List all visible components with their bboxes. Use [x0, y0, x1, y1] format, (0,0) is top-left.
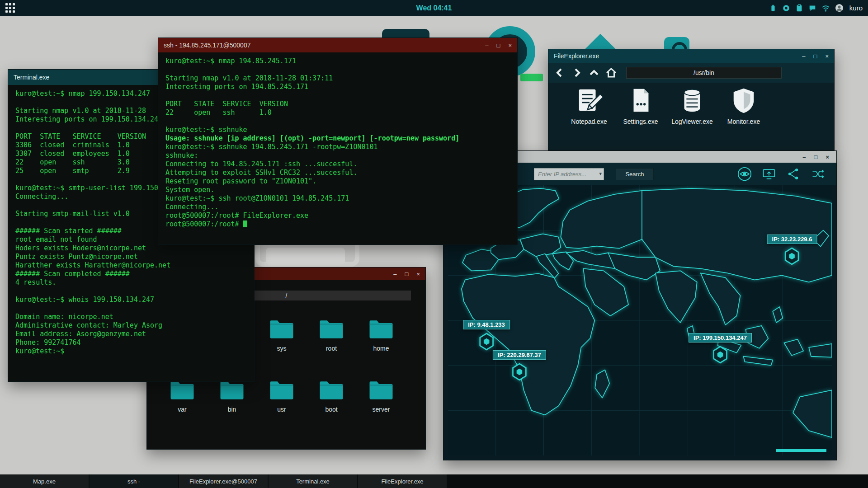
maximize-button[interactable]: □	[814, 53, 817, 59]
folder-icon	[368, 380, 394, 400]
file-item-monitor[interactable]: Monitor.exe	[723, 86, 764, 125]
terminal-line: Administrative contact: Marley Asorg	[15, 321, 247, 330]
share-nodes-button[interactable]	[785, 166, 802, 182]
terminal-line: Interesting ports on 194.85.245.171	[165, 83, 510, 91]
shuffle-icon	[811, 167, 825, 181]
wifi-icon	[821, 4, 830, 12]
file-explorer-titlebar[interactable]: FileExplorer.exe – □ ×	[548, 49, 834, 63]
map-node-marker[interactable]: IP: 32.23.229.6	[767, 235, 817, 265]
file-item-label: Notepad.exe	[571, 118, 607, 125]
user-avatar-icon[interactable]	[835, 4, 844, 12]
terminal-line: root@500007:/root# FileExplorer.exe	[165, 211, 510, 220]
folder-icon	[170, 380, 195, 400]
minimize-button[interactable]: –	[393, 271, 396, 277]
folder-item-home[interactable]: home	[356, 308, 406, 369]
screen-share-button[interactable]	[760, 166, 778, 182]
app-launcher-icon[interactable]	[5, 3, 15, 13]
wallpaper-keyboard-illustration	[266, 248, 345, 265]
wallpaper-green-bar-decoration	[520, 74, 543, 81]
input-dropdown-caret-icon[interactable]: ▾	[599, 171, 602, 177]
terminal-line: Starting nmap v1.0 at 2018-11-28 01:37:1…	[165, 74, 510, 83]
terminal-line: Haratther exists Haratther@nicorpe.net	[15, 261, 247, 270]
window-title: FileExplorer.exe	[554, 52, 599, 60]
terminal-line: PORT STATE SERVICE VERSION	[165, 100, 510, 108]
terminal-line: System open.	[165, 186, 510, 194]
terminal-line: Email address: Asorg@genzyme.net	[15, 330, 247, 338]
clock: Wed 04:41	[0, 4, 868, 12]
folder-item-root[interactable]: root	[307, 308, 356, 369]
taskbar: Map.exessh -FileExplorer.exe@500007Termi…	[0, 474, 868, 488]
node-hexagon-icon[interactable]	[478, 333, 495, 351]
folder-icon	[269, 380, 294, 400]
folder-item-usr[interactable]: usr	[257, 369, 307, 430]
terminal-line: sshnuke:	[165, 151, 510, 160]
terminal-line: 4 results.	[15, 278, 247, 287]
search-button[interactable]: Search	[616, 168, 654, 180]
minimize-button[interactable]: –	[802, 154, 806, 160]
node-hexagon-icon[interactable]	[712, 346, 728, 364]
folder-item-boot[interactable]: boot	[307, 369, 356, 430]
maximize-button[interactable]: □	[497, 42, 500, 48]
terminal-line: kuro@test:~$	[15, 347, 247, 356]
ssh-titlebar[interactable]: ssh - 194.85.245.171@500007 – □ ×	[158, 38, 517, 52]
home-icon	[605, 67, 617, 79]
maximize-button[interactable]: □	[814, 154, 818, 160]
folder-label: usr	[277, 406, 286, 413]
close-button[interactable]: ×	[825, 53, 829, 59]
terminal-line: Attempting to exploit SSHv1 CRC32 ...suc…	[165, 169, 510, 177]
terminal-line	[15, 304, 247, 313]
address-path-field[interactable]: /usr/bin	[626, 67, 782, 79]
folder-icon	[319, 380, 344, 400]
back-button[interactable]	[553, 66, 566, 80]
file-item-settings[interactable]: Settings.exe	[620, 86, 661, 125]
node-hexagon-icon[interactable]	[784, 247, 800, 265]
terminal-line: Phone: 992741764	[15, 338, 247, 347]
home-button[interactable]	[604, 66, 618, 80]
forward-button[interactable]	[570, 66, 584, 80]
taskbar-item-fileexplorer-exe-500007[interactable]: FileExplorer.exe@500007	[179, 474, 268, 488]
terminal-line: kuro@test:~$ whois 199.150.134.247	[15, 296, 247, 304]
terminal-line: root@500007:/root#	[165, 220, 510, 229]
minimize-button[interactable]: –	[802, 53, 805, 59]
file-item-notepad[interactable]: Notepad.exe	[568, 86, 610, 125]
close-button[interactable]: ×	[508, 42, 512, 48]
eye-icon	[737, 166, 752, 182]
node-hexagon-icon[interactable]	[511, 363, 528, 381]
maximize-button[interactable]: □	[405, 271, 409, 277]
shuffle-button[interactable]	[809, 166, 826, 182]
map-node-marker[interactable]: IP: 199.150.134.247	[689, 333, 752, 364]
folder-label: home	[373, 345, 389, 352]
ssh-terminal-output[interactable]: kuro@test:~$ nmap 194.85.245.171 Startin…	[158, 52, 517, 245]
file-item-label: LogViewer.exe	[671, 118, 713, 125]
close-button[interactable]: ×	[416, 271, 420, 277]
terminal-line: Connecting...	[165, 203, 510, 211]
top-status-bar: Wed 04:41 kuro	[0, 0, 868, 16]
taskbar-item-fileexplorer-exe[interactable]: FileExplorer.exe	[358, 474, 447, 488]
taskbar-item-ssh[interactable]: ssh -	[90, 474, 178, 488]
shield-icon	[730, 86, 758, 114]
username-label[interactable]: kuro	[849, 4, 863, 12]
terminal-line: Domain name: nicorpe.net	[15, 313, 247, 321]
file-item-logviewer[interactable]: LogViewer.exe	[671, 86, 713, 125]
minimize-button[interactable]: –	[485, 42, 488, 48]
chevron-up-icon	[588, 67, 600, 79]
chat-icon[interactable]	[808, 4, 816, 12]
map-node-marker[interactable]: IP: 9.48.1.233	[463, 320, 510, 351]
terminal-cursor	[243, 221, 247, 227]
chevron-left-icon	[554, 67, 566, 79]
folder-item-sys[interactable]: sys	[257, 308, 307, 369]
close-button[interactable]: ×	[826, 154, 829, 160]
terminal-line: Reseting root password to "Z1ON0101".	[165, 177, 510, 186]
taskbar-item-map-exe[interactable]: Map.exe	[0, 474, 89, 488]
folder-item-server[interactable]: server	[356, 369, 406, 430]
ip-address-input[interactable]	[534, 168, 604, 180]
explorer-navbar: /usr/bin	[548, 63, 834, 83]
ip-address-label: IP: 199.150.134.247	[689, 333, 752, 343]
up-button[interactable]	[587, 66, 601, 80]
ip-address-label: IP: 220.29.67.37	[493, 350, 546, 360]
visibility-button[interactable]	[736, 166, 753, 182]
screen-share-icon	[762, 167, 776, 181]
taskbar-item-terminal-exe[interactable]: Terminal.exe	[269, 474, 357, 488]
settings-file-icon	[627, 86, 655, 114]
map-node-marker[interactable]: IP: 220.29.67.37	[493, 350, 546, 381]
